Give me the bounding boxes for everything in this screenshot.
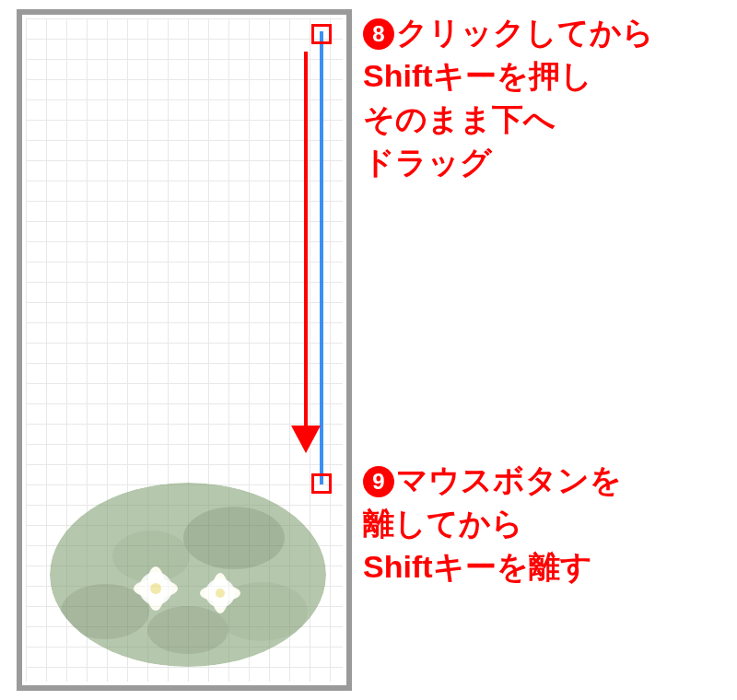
step-8-line1: クリックしてから <box>396 15 654 50</box>
drag-direction-arrow <box>293 52 321 457</box>
step-9-line2: 離してから <box>363 506 523 541</box>
step-8-line3: そのまま下へ <box>363 101 556 136</box>
line-start-handle[interactable] <box>311 24 332 44</box>
step-9-line1: マウスボタンを <box>396 462 622 497</box>
lily-image <box>50 483 326 667</box>
drawing-canvas[interactable] <box>17 9 352 691</box>
step-8-line4: ドラッグ <box>363 145 492 180</box>
step-8-line2: Shiftキーを押し <box>363 58 592 93</box>
svg-point-5 <box>147 606 228 654</box>
svg-point-9 <box>150 583 161 594</box>
step-9-annotation: 9マウスボタンを 離してから Shiftキーを離す <box>363 459 622 589</box>
step-8-annotation: 8クリックしてから Shiftキーを押し そのまま下へ ドラッグ <box>363 11 654 184</box>
svg-point-3 <box>183 507 285 569</box>
line-end-handle[interactable] <box>311 473 332 494</box>
step-9-line3: Shiftキーを離す <box>363 549 592 584</box>
svg-point-13 <box>216 589 225 598</box>
step-9-badge: 9 <box>363 466 394 497</box>
step-8-badge: 8 <box>363 18 394 50</box>
